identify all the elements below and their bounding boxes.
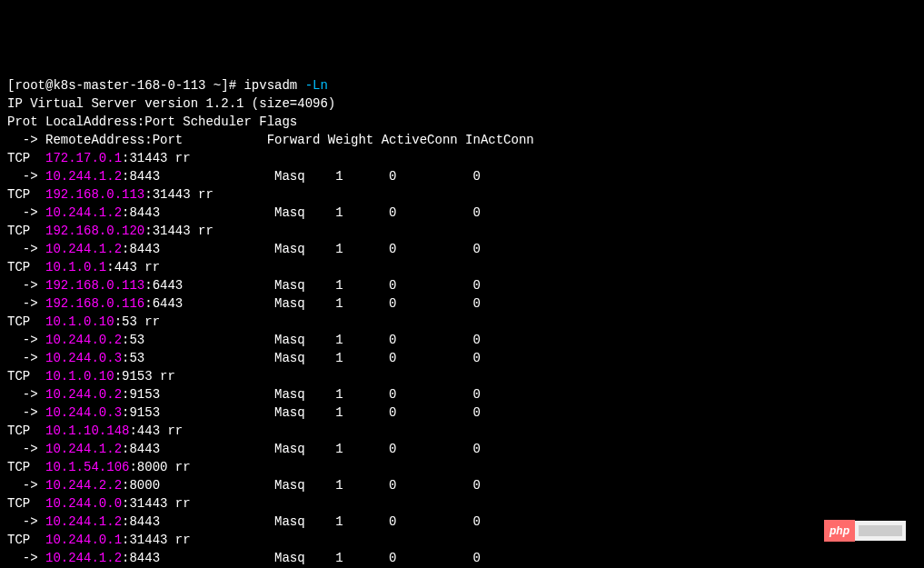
weight-value: 1	[335, 333, 389, 347]
rs-ip: 10.244.0.3	[45, 351, 122, 365]
vs-port-scheduler: :443 rr	[129, 424, 183, 438]
rs-ip: 10.244.1.2	[45, 169, 122, 184]
rs-port: :9153	[122, 387, 274, 402]
vs-ip: 10.1.0.10	[45, 369, 114, 384]
inact-conn: 0	[473, 169, 481, 184]
arrow: ->	[7, 242, 45, 256]
virtual-server-line: TCP 10.1.0.10:53 rr	[7, 313, 917, 331]
command-name: ipvsadm	[243, 78, 304, 93]
weight-value: 1	[335, 514, 389, 529]
protocol: TCP	[7, 369, 45, 384]
rs-ip: 10.244.0.2	[45, 387, 122, 402]
real-server-line: -> 10.244.1.2:8443 Masq 1 0 0	[7, 549, 917, 567]
rs-port: :8443	[122, 205, 274, 220]
rs-ip: 10.244.0.3	[45, 405, 122, 420]
rs-port: :6443	[144, 296, 274, 311]
weight-value: 1	[335, 278, 389, 293]
real-server-line: -> 10.244.1.2:8443 Masq 1 0 0	[7, 240, 917, 258]
virtual-server-line: TCP 10.1.0.1:443 rr	[7, 258, 917, 276]
real-server-line: -> 10.244.0.2:9153 Masq 1 0 0	[7, 385, 917, 404]
vs-ip: 10.1.54.106	[45, 460, 129, 474]
vs-port-scheduler: :31443 rr	[144, 187, 214, 202]
vs-port-scheduler: :53 rr	[114, 314, 160, 329]
forward-method: Masq	[274, 205, 335, 220]
forward-method: Masq	[274, 514, 335, 529]
protocol: TCP	[7, 424, 45, 438]
table-header-1: Prot LocalAddress:Port Scheduler Flags	[7, 115, 297, 129]
rs-ip: 10.244.1.2	[45, 205, 122, 220]
active-conn: 0	[389, 169, 472, 184]
protocol: TCP	[7, 151, 45, 165]
vs-port-scheduler: :9153 rr	[114, 369, 175, 384]
real-server-line: -> 10.244.0.3:9153 Masq 1 0 0	[7, 404, 917, 422]
rs-port: :8443	[122, 169, 274, 184]
virtual-server-line: TCP 172.17.0.1:31443 rr	[7, 149, 917, 167]
active-conn: 0	[389, 514, 472, 529]
shell-prompt: [root@k8s-master-168-0-113 ~]#	[7, 78, 243, 93]
inact-conn: 0	[473, 333, 481, 347]
active-conn: 0	[389, 351, 472, 365]
vs-port-scheduler: :8000 rr	[129, 460, 190, 474]
inact-conn: 0	[473, 514, 481, 529]
virtual-server-line: TCP 10.1.10.148:443 rr	[7, 422, 917, 440]
virtual-server-line: TCP 10.1.0.10:9153 rr	[7, 367, 917, 385]
rs-port: :9153	[122, 405, 274, 420]
inact-conn: 0	[473, 551, 481, 565]
table-header-2: RemoteAddress:Port Forward Weight Active…	[45, 133, 534, 147]
version-line: IP Virtual Server version 1.2.1 (size=40…	[7, 95, 917, 113]
rs-ip: 192.168.0.113	[45, 278, 144, 293]
header-line-1: Prot LocalAddress:Port Scheduler Flags	[7, 113, 917, 131]
vs-port-scheduler: :443 rr	[106, 260, 160, 274]
inact-conn: 0	[473, 205, 481, 220]
rs-port: :53	[122, 351, 274, 365]
active-conn: 0	[389, 442, 472, 456]
forward-method: Masq	[274, 278, 335, 293]
protocol: TCP	[7, 224, 45, 238]
inact-conn: 0	[473, 387, 481, 402]
rs-port: :8443	[122, 442, 274, 456]
rs-ip: 10.244.1.2	[45, 442, 122, 456]
arrow: ->	[7, 351, 45, 365]
arrow: ->	[7, 551, 45, 565]
protocol: TCP	[7, 496, 45, 511]
forward-method: Masq	[274, 351, 335, 365]
protocol: TCP	[7, 314, 45, 329]
active-conn: 0	[389, 205, 472, 220]
inact-conn: 0	[473, 442, 481, 456]
rs-port: :6443	[144, 278, 274, 293]
inact-conn: 0	[473, 351, 481, 365]
rs-ip: 10.244.1.2	[45, 514, 122, 529]
protocol: TCP	[7, 187, 45, 202]
real-server-line: -> 10.244.1.2:8443 Masq 1 0 0	[7, 167, 917, 185]
active-conn: 0	[389, 551, 472, 565]
arrow: ->	[7, 478, 45, 493]
terminal-output: [root@k8s-master-168-0-113 ~]# ipvsadm -…	[7, 76, 917, 568]
virtual-server-line: TCP 192.168.0.120:31443 rr	[7, 222, 917, 240]
vs-port-scheduler: :31443 rr	[144, 224, 214, 238]
rs-port: :8000	[122, 478, 274, 493]
real-server-line: -> 10.244.0.2:53 Masq 1 0 0	[7, 331, 917, 349]
arrow: ->	[7, 169, 45, 184]
active-conn: 0	[389, 242, 472, 256]
arrow: ->	[7, 387, 45, 402]
weight-value: 1	[335, 296, 389, 311]
forward-method: Masq	[274, 242, 335, 256]
protocol: TCP	[7, 460, 45, 474]
forward-method: Masq	[274, 405, 335, 420]
active-conn: 0	[389, 333, 472, 347]
forward-method: Masq	[274, 387, 335, 402]
weight-value: 1	[335, 442, 389, 456]
vs-port-scheduler: :31443 rr	[122, 533, 191, 547]
watermark-bar	[859, 525, 902, 536]
rs-ip: 10.244.0.2	[45, 333, 122, 347]
active-conn: 0	[389, 278, 472, 293]
version-text: IP Virtual Server version 1.2.1 (size=40…	[7, 96, 335, 111]
real-server-line: -> 10.244.1.2:8443 Masq 1 0 0	[7, 440, 917, 458]
vs-ip: 192.168.0.113	[45, 187, 144, 202]
real-server-line: -> 10.244.2.2:8000 Masq 1 0 0	[7, 476, 917, 494]
real-server-line: -> 10.244.0.3:53 Masq 1 0 0	[7, 349, 917, 367]
active-conn: 0	[389, 405, 472, 420]
weight-value: 1	[335, 405, 389, 420]
arrow: ->	[7, 514, 45, 529]
rs-port: :53	[122, 333, 274, 347]
